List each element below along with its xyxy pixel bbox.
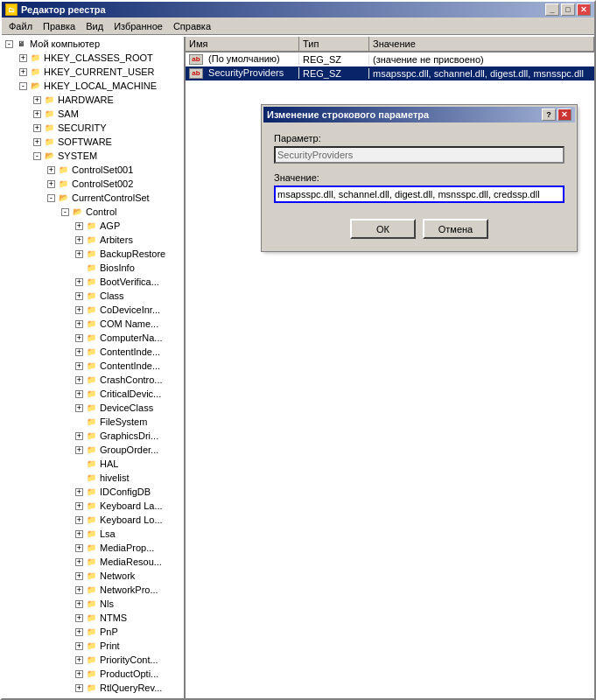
expand-agp[interactable]: + — [75, 222, 83, 230]
tree-item-contentinde1[interactable]: + 📁 ContentInde... — [2, 345, 184, 359]
expand-backuprestore[interactable]: + — [75, 250, 83, 258]
expand-sam[interactable]: + — [33, 110, 41, 118]
tree-item-criticaldevic[interactable]: + 📁 CriticalDevic... — [2, 387, 184, 401]
expand-rtlqueryrev[interactable]: + — [75, 684, 83, 692]
tree-item-software[interactable]: + 📁 SOFTWARE — [2, 135, 184, 149]
tree-item-arbiters[interactable]: + 📁 Arbiters — [2, 233, 184, 247]
expand-currentcontrolset[interactable]: - — [47, 194, 55, 202]
expand-class[interactable]: + — [75, 292, 83, 300]
tree-item-computerne[interactable]: + 📁 ComputerNa... — [2, 331, 184, 345]
expand-hardware[interactable]: + — [33, 96, 41, 104]
menu-view[interactable]: Вид — [81, 19, 109, 33]
menu-file[interactable]: Файл — [4, 19, 38, 33]
expand-local-machine[interactable]: - — [19, 82, 27, 90]
expand-mediaresor[interactable]: + — [75, 558, 83, 566]
tree-item-mediaresor[interactable]: + 📁 MediaResou... — [2, 555, 184, 569]
expand-bootverifica[interactable]: + — [75, 278, 83, 286]
expand-deviceclass[interactable]: + — [75, 404, 83, 412]
tree-item-network[interactable]: + 📁 Network — [2, 569, 184, 583]
tree-item-nls[interactable]: + 📁 Nls — [2, 597, 184, 611]
tree-item-security[interactable]: + 📁 SECURITY — [2, 121, 184, 135]
value-row-securityproviders[interactable]: ab SecurityProviders REG_SZ msapsspc.dll… — [186, 66, 594, 80]
expand-control[interactable]: - — [61, 208, 69, 216]
tree-item-lsa[interactable]: + 📁 Lsa — [2, 527, 184, 541]
tree-item-biosinfo[interactable]: 📁 BiosInfo — [2, 261, 184, 275]
expand-arbiters[interactable]: + — [75, 236, 83, 244]
expand-software[interactable]: + — [33, 138, 41, 146]
tree-item-classes-root[interactable]: + 📁 HKEY_CLASSES_ROOT — [2, 51, 184, 65]
dialog-ok-button[interactable]: ОК — [350, 219, 416, 239]
tree-item-networkpro[interactable]: + 📁 NetworkPro... — [2, 583, 184, 597]
tree-item-comname[interactable]: + 📁 COM Name... — [2, 317, 184, 331]
tree-item-hardware[interactable]: + 📁 HARDWARE — [2, 93, 184, 107]
tree-item-sam[interactable]: + 📁 SAM — [2, 107, 184, 121]
expand-computer[interactable]: - — [5, 40, 13, 48]
tree-item-hal[interactable]: 📁 HAL — [2, 457, 184, 471]
expand-pnp[interactable]: + — [75, 628, 83, 636]
expand-security[interactable]: + — [33, 124, 41, 132]
menu-edit[interactable]: Правка — [38, 19, 81, 33]
tree-item-system[interactable]: - 📂 SYSTEM — [2, 149, 184, 163]
expand-contentinde1[interactable]: + — [75, 348, 83, 356]
tree-item-controlset002[interactable]: + 📁 ControlSet002 — [2, 177, 184, 191]
expand-nls[interactable]: + — [75, 600, 83, 608]
tree-item-mediaprop[interactable]: + 📁 MediaProp... — [2, 541, 184, 555]
tree-item-grouporder[interactable]: + 📁 GroupOrder... — [2, 443, 184, 457]
tree-item-computer[interactable]: - 🖥 Мой компьютер — [2, 37, 184, 51]
expand-productopti[interactable]: + — [75, 670, 83, 678]
tree-item-keyboardlo[interactable]: + 📁 Keyboard Lo... — [2, 513, 184, 527]
expand-keyboardlo[interactable]: + — [75, 516, 83, 524]
tree-item-codeviceinr[interactable]: + 📁 CoDeviceInr... — [2, 303, 184, 317]
expand-print[interactable]: + — [75, 642, 83, 650]
expand-contentinde2[interactable]: + — [75, 362, 83, 370]
expand-grouporder[interactable]: + — [75, 446, 83, 454]
dialog-cancel-button[interactable]: Отмена — [423, 219, 488, 239]
tree-item-idconfigdb[interactable]: + 📁 IDConfigDB — [2, 485, 184, 499]
expand-criticaldevic[interactable]: + — [75, 390, 83, 398]
tree-item-bootverifica[interactable]: + 📁 BootVerifica... — [2, 275, 184, 289]
dialog-close-button[interactable]: ✕ — [557, 108, 571, 121]
expand-codeviceinr[interactable]: + — [75, 306, 83, 314]
tree-item-hivelist[interactable]: 📁 hivelist — [2, 471, 184, 485]
expand-network[interactable]: + — [75, 572, 83, 580]
tree-item-rtlqueryrev[interactable]: + 📁 RtlQueryRev... — [2, 681, 184, 695]
tree-item-safeboot[interactable]: + 📁 SafeBoot — [2, 695, 184, 698]
expand-crashcontro[interactable]: + — [75, 376, 83, 384]
dialog-param-input[interactable] — [274, 146, 564, 164]
expand-lsa[interactable]: + — [75, 530, 83, 538]
close-button[interactable]: ✕ — [577, 4, 591, 16]
expand-safeboot[interactable]: + — [75, 698, 83, 699]
tree-item-backuprestore[interactable]: + 📁 BackupRestore — [2, 247, 184, 261]
expand-classes-root[interactable]: + — [19, 54, 27, 62]
menu-favorites[interactable]: Избранное — [109, 19, 168, 33]
expand-graphicsdri[interactable]: + — [75, 432, 83, 440]
expand-networkpro[interactable]: + — [75, 586, 83, 594]
minimize-button[interactable]: _ — [545, 4, 559, 16]
dialog-value-input[interactable] — [274, 186, 564, 203]
expand-ntms[interactable]: + — [75, 614, 83, 622]
tree-item-filesystem[interactable]: 📁 FileSystem — [2, 415, 184, 429]
tree-item-crashcontro[interactable]: + 📁 CrashContro... — [2, 373, 184, 387]
tree-item-currentcontrolset[interactable]: - 📂 CurrentControlSet — [2, 191, 184, 205]
menu-help[interactable]: Справка — [168, 19, 216, 33]
tree-item-keyboardla[interactable]: + 📁 Keyboard La... — [2, 499, 184, 513]
expand-controlset001[interactable]: + — [47, 166, 55, 174]
tree-item-local-machine[interactable]: - 📂 HKEY_LOCAL_MACHINE — [2, 79, 184, 93]
maximize-button[interactable]: □ — [561, 4, 575, 16]
dialog-help-button[interactable]: ? — [542, 108, 556, 121]
tree-item-graphicsdri[interactable]: + 📁 GraphicsDri... — [2, 429, 184, 443]
tree-item-productopti[interactable]: + 📁 ProductOpti... — [2, 667, 184, 681]
tree-item-class[interactable]: + 📁 Class — [2, 289, 184, 303]
expand-idconfigdb[interactable]: + — [75, 488, 83, 496]
tree-item-agp[interactable]: + 📁 AGP — [2, 219, 184, 233]
tree-item-controlset001[interactable]: + 📁 ControlSet001 — [2, 163, 184, 177]
expand-prioritycont[interactable]: + — [75, 656, 83, 664]
tree-item-control[interactable]: - 📂 Control — [2, 205, 184, 219]
expand-computerne[interactable]: + — [75, 334, 83, 342]
tree-item-ntms[interactable]: + 📁 NTMS — [2, 611, 184, 625]
expand-controlset002[interactable]: + — [47, 180, 55, 188]
expand-comname[interactable]: + — [75, 320, 83, 328]
expand-keyboardla[interactable]: + — [75, 502, 83, 510]
tree-item-contentinde2[interactable]: + 📁 ContentInde... — [2, 359, 184, 373]
expand-system[interactable]: - — [33, 152, 41, 160]
